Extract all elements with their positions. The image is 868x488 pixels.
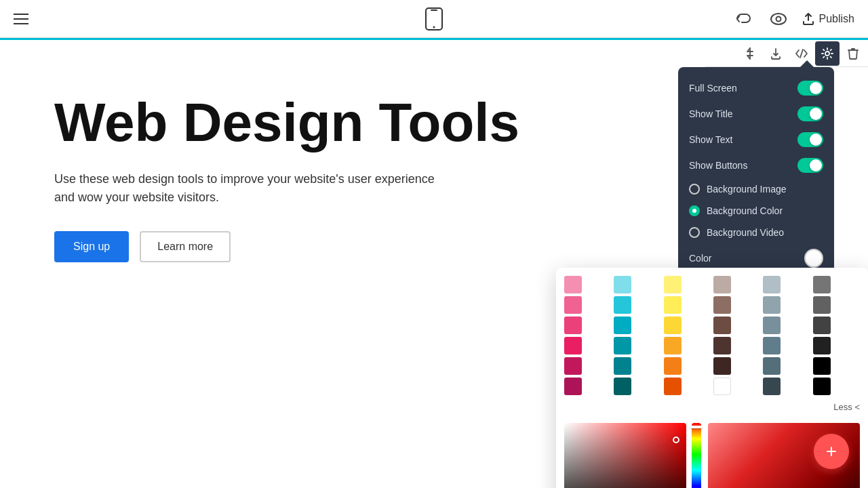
svg-point-4 (776, 16, 781, 21)
hue-slider-handle (690, 426, 703, 428)
swatches-area: Less < (556, 268, 868, 423)
topbar-left (14, 14, 28, 24)
gradient-cursor (673, 436, 679, 443)
bg-image-row[interactable]: Background Image (678, 178, 834, 200)
bg-image-label: Background Image (707, 184, 787, 195)
less-button[interactable]: Less < (564, 399, 860, 415)
swatch-cell[interactable] (614, 357, 631, 375)
color-swatch[interactable] (804, 249, 823, 268)
swatch-cell[interactable] (564, 276, 582, 293)
show-title-row: Show Title (678, 101, 834, 127)
page-title: Web Design Tools (54, 94, 563, 151)
swatch-cell[interactable] (813, 378, 831, 395)
swatch-cell[interactable] (564, 378, 582, 395)
add-section-button[interactable]: + (814, 434, 849, 469)
show-title-toggle[interactable] (797, 106, 823, 121)
swatch-cell[interactable] (564, 357, 582, 375)
full-screen-toggle[interactable] (797, 81, 823, 96)
learn-more-button[interactable]: Learn more (140, 231, 231, 262)
color-label: Color (689, 253, 711, 264)
topbar-right: Publish (731, 7, 854, 31)
download-btn[interactable] (764, 41, 788, 66)
bg-color-row[interactable]: Background Color (678, 200, 834, 222)
bg-color-radio[interactable] (689, 205, 700, 216)
bg-color-label: Background Color (707, 205, 783, 216)
teal-accent-line (0, 38, 868, 40)
preview-btn[interactable] (766, 7, 791, 31)
swatch-cell[interactable] (614, 317, 631, 334)
undo-btn[interactable] (731, 7, 755, 31)
swatch-cell[interactable] (614, 337, 631, 354)
bg-video-row[interactable]: Background Video (678, 222, 834, 243)
swatch-cell[interactable] (614, 378, 631, 395)
show-buttons-label: Show Buttons (689, 160, 747, 171)
svg-point-3 (771, 14, 786, 24)
delete-btn[interactable] (841, 41, 865, 66)
swatch-cell[interactable] (713, 337, 731, 354)
move-updown-btn[interactable] (738, 41, 762, 66)
page-description: Use these web design tools to improve yo… (54, 170, 448, 207)
swatch-grid (564, 276, 860, 395)
topbar-center (425, 7, 443, 31)
swatch-cell[interactable] (763, 296, 781, 314)
swatch-cell[interactable] (564, 337, 582, 354)
show-text-row: Show Text (678, 127, 834, 152)
swatch-cell[interactable] (614, 296, 631, 314)
hue-slider[interactable] (692, 423, 701, 488)
svg-point-1 (433, 26, 435, 28)
plus-icon: + (826, 441, 837, 462)
swatch-cell[interactable] (763, 357, 781, 375)
settings-panel: Full Screen Show Title Show Text Show Bu… (678, 67, 834, 281)
swatch-cell[interactable] (664, 337, 682, 354)
swatch-cell[interactable] (564, 317, 582, 334)
swatch-cell[interactable] (713, 378, 731, 395)
bg-image-radio[interactable] (689, 184, 700, 195)
swatch-cell[interactable] (763, 317, 781, 334)
signup-button[interactable]: Sign up (54, 231, 129, 262)
swatch-cell[interactable] (813, 357, 831, 375)
settings-btn[interactable] (815, 41, 840, 66)
swatch-cell[interactable] (713, 317, 731, 334)
swatch-cell[interactable] (713, 276, 731, 293)
menu-icon[interactable] (14, 14, 28, 24)
show-buttons-row: Show Buttons (678, 152, 834, 178)
bg-video-radio[interactable] (689, 227, 700, 238)
swatch-cell[interactable] (813, 296, 831, 314)
swatch-cell[interactable] (664, 357, 682, 375)
swatch-cell[interactable] (763, 337, 781, 354)
publish-button[interactable]: Publish (802, 12, 854, 26)
toolbar-strip (705, 40, 868, 67)
full-screen-row: Full Screen (678, 75, 834, 101)
svg-point-7 (825, 52, 829, 56)
swatch-cell[interactable] (813, 337, 831, 354)
topbar: Publish (0, 0, 868, 38)
swatch-cell[interactable] (664, 378, 682, 395)
show-buttons-toggle[interactable] (797, 158, 823, 173)
publish-label: Publish (819, 13, 854, 25)
phone-icon[interactable] (425, 7, 443, 31)
swatch-cell[interactable] (664, 317, 682, 334)
swatch-cell[interactable] (813, 317, 831, 334)
swatch-cell[interactable] (813, 276, 831, 293)
show-title-label: Show Title (689, 108, 733, 119)
swatch-cell[interactable] (763, 276, 781, 293)
swatch-cell[interactable] (763, 378, 781, 395)
bg-video-label: Background Video (707, 227, 784, 238)
full-screen-label: Full Screen (689, 83, 737, 94)
show-text-toggle[interactable] (797, 132, 823, 147)
swatch-cell[interactable] (614, 276, 631, 293)
svg-line-6 (800, 49, 803, 58)
show-text-label: Show Text (689, 134, 732, 145)
swatch-cell[interactable] (664, 296, 682, 314)
gradient-square[interactable] (564, 423, 686, 488)
swatch-cell[interactable] (664, 276, 682, 293)
swatch-cell[interactable] (564, 296, 582, 314)
swatch-cell[interactable] (713, 357, 731, 375)
swatch-cell[interactable] (713, 296, 731, 314)
